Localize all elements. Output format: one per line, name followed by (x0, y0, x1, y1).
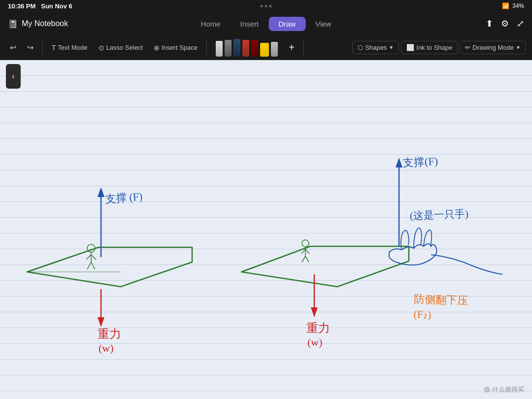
watermark: 值·什么值得买 (484, 385, 524, 394)
left-plate (27, 247, 192, 287)
svg-marker-8 (311, 307, 318, 317)
ink-to-shape-icon: ⬜ (406, 44, 414, 51)
pen-tools (216, 39, 278, 57)
title-actions: ⬆ ⚙ ⤢ (486, 18, 524, 29)
status-bar: 10:36 PM Sun Nov 6 📶 34% (0, 0, 532, 12)
left-weight-label: (w) (99, 342, 114, 355)
divider-1 (42, 41, 43, 55)
pen-yellow[interactable] (260, 43, 269, 57)
left-gravity-label: 重力 (98, 326, 121, 342)
drawing-mode-chevron: ▼ (516, 45, 521, 50)
right-gravity-force (311, 274, 318, 317)
add-pen-button[interactable]: + (285, 41, 299, 55)
status-right: 📶 34% (502, 2, 524, 9)
right-support-label: 支撑(F) (402, 154, 438, 170)
status-time: 10:36 PM Sun Nov 6 (8, 2, 72, 10)
shapes-button[interactable]: ⬡ Shapes ▼ (352, 41, 399, 54)
undo-button[interactable]: ↩ (6, 41, 20, 54)
right-weight-label: (w) (307, 336, 323, 349)
right-plate (241, 246, 409, 287)
undo-icon: ↩ (10, 43, 16, 52)
battery-text: 34% (512, 2, 524, 9)
tab-draw[interactable]: Draw (268, 17, 305, 31)
anti-flip-label: 防侧翻下压(F₂) (413, 292, 468, 324)
back-button[interactable]: ‹ (6, 64, 21, 89)
drawing-mode-icon: ✏ (465, 44, 470, 51)
redo-icon: ↪ (27, 43, 33, 52)
pen-lightgray[interactable] (271, 42, 278, 57)
tab-view[interactable]: View (305, 17, 341, 31)
canvas-area[interactable]: 支撑 (F) 重力 (w) 支撑(F) (这是一只手) 重力 (w) 防侧翻下压… (0, 60, 532, 399)
title-bar: 📓 My Notebook Home Insert Draw View ⬆ ⚙ … (0, 12, 532, 35)
svg-marker-1 (98, 187, 104, 197)
drawing-mode-button[interactable]: ✏ Drawing Mode ▼ (460, 41, 526, 54)
right-figure (301, 240, 309, 262)
redo-button[interactable]: ↪ (23, 41, 37, 54)
tab-home[interactable]: Home (191, 17, 231, 31)
hand-sketch (389, 228, 502, 274)
text-mode-icon: T (52, 44, 56, 52)
share-icon[interactable]: ⬆ (486, 18, 493, 29)
left-gravity-force (98, 289, 104, 327)
wifi-icon: 📶 (502, 2, 509, 9)
nav-tabs: Home Insert Draw View (191, 17, 341, 31)
pen-darkred[interactable] (251, 40, 258, 57)
drawing-canvas (0, 60, 532, 399)
divider-2 (206, 41, 207, 55)
svg-marker-3 (98, 317, 104, 327)
divider-3 (303, 41, 304, 55)
svg-marker-6 (396, 158, 402, 167)
settings-icon[interactable]: ⚙ (501, 18, 509, 29)
right-gravity-label: 重力 (306, 320, 330, 336)
pen-red[interactable] (242, 40, 249, 57)
insert-space-icon: ⊕ (154, 44, 160, 52)
notebook-info: 📓 My Notebook (8, 19, 68, 29)
left-support-force (98, 187, 104, 257)
right-support-force (396, 158, 402, 246)
pen-gray[interactable] (225, 40, 232, 57)
hand-label: (这是一只手) (410, 207, 469, 223)
pen-darkblue[interactable] (233, 39, 240, 57)
lasso-icon: ⊙ (99, 44, 104, 52)
shapes-icon: ⬡ (358, 44, 363, 51)
svg-point-9 (302, 240, 309, 247)
text-mode-button[interactable]: T Text Mode (48, 42, 92, 54)
insert-space-button[interactable]: ⊕ Insert Space (150, 42, 201, 54)
shapes-chevron: ▼ (389, 45, 394, 50)
lasso-select-button[interactable]: ⊙ Lasso Select (95, 42, 147, 54)
status-center-dots (261, 5, 272, 7)
pen-white[interactable] (216, 41, 223, 57)
notebook-icon: 📓 (8, 19, 18, 29)
toolbar-right: ⬡ Shapes ▼ ⬜ Ink to Shape ✏ Drawing Mode… (352, 41, 526, 54)
tab-insert[interactable]: Insert (231, 17, 269, 31)
ink-to-shape-button[interactable]: ⬜ Ink to Shape (401, 41, 458, 54)
notebook-title: My Notebook (22, 19, 68, 28)
toolbar: ↩ ↪ T Text Mode ⊙ Lasso Select ⊕ Insert … (0, 35, 532, 60)
fullscreen-icon[interactable]: ⤢ (517, 18, 524, 29)
